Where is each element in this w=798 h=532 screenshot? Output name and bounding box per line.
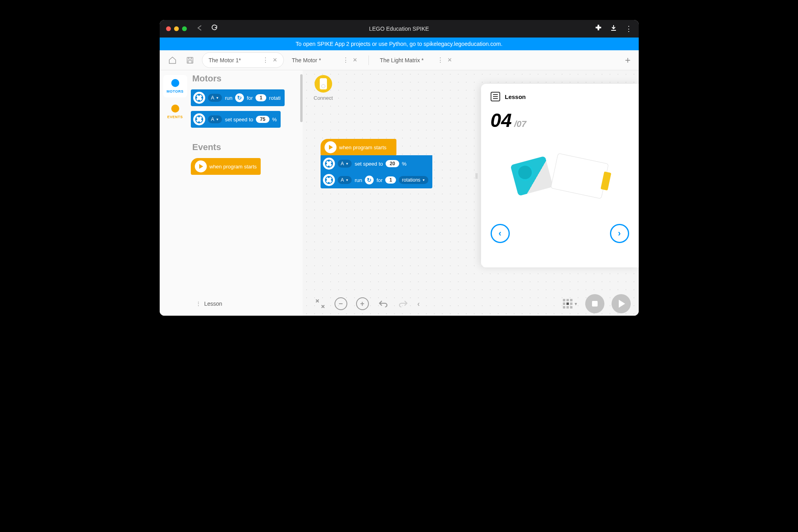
footer: ⋮ Lesson − + ‹ ▼ bbox=[160, 292, 639, 316]
lesson-menu-icon[interactable]: ⋮ bbox=[196, 301, 200, 307]
lesson-icon bbox=[491, 92, 500, 101]
hub-icon bbox=[315, 75, 332, 93]
canvas[interactable]: Connect when program starts A▼ set speed… bbox=[303, 70, 639, 316]
value-input[interactable]: 75 bbox=[256, 116, 269, 123]
tab-close-icon[interactable]: × bbox=[353, 56, 357, 64]
tab-close-icon[interactable]: × bbox=[273, 56, 277, 64]
fit-to-screen-button[interactable] bbox=[315, 298, 326, 309]
step-total: /07 bbox=[514, 119, 527, 129]
block-when-program-starts[interactable]: when program starts bbox=[191, 158, 261, 175]
tab-label: The Light Matrix * bbox=[380, 57, 424, 63]
category-events[interactable]: EVENTS bbox=[163, 101, 187, 123]
program-block-speed[interactable]: A▼ set speed to 20 % bbox=[321, 155, 433, 172]
play-icon bbox=[195, 160, 207, 172]
info-banner: To open SPIKE App 2 projects or use Pyth… bbox=[160, 38, 639, 50]
value-input[interactable]: 20 bbox=[386, 160, 399, 167]
lesson-next-button[interactable]: › bbox=[610, 224, 629, 243]
port-dropdown[interactable]: A▼ bbox=[338, 160, 352, 168]
motor-icon bbox=[193, 113, 205, 125]
tab-the-motor-1[interactable]: The Motor 1* ⋮ × bbox=[202, 52, 284, 68]
value-input[interactable]: 1 bbox=[255, 94, 266, 101]
category-label: EVENTS bbox=[167, 115, 183, 119]
block-motor-run[interactable]: A▼ run ↻ for 1 rotati bbox=[191, 89, 285, 106]
block-palette: Motors A▼ run ↻ for 1 rotati A▼ set spee… bbox=[191, 70, 303, 316]
play-icon bbox=[619, 300, 625, 308]
unit-dropdown[interactable]: rotations▼ bbox=[399, 176, 428, 184]
zoom-out-button[interactable]: − bbox=[335, 297, 347, 310]
motors-dot-icon bbox=[171, 79, 179, 87]
tabbar: The Motor 1* ⋮ × The Motor * ⋮ × The Lig… bbox=[160, 50, 639, 70]
app-title: LEGO Education SPIKE bbox=[369, 26, 429, 32]
minimize-window-button[interactable] bbox=[174, 26, 179, 31]
tab-label: The Motor 1* bbox=[209, 57, 241, 63]
lesson-footer-label[interactable]: Lesson bbox=[204, 301, 222, 307]
svg-rect-2 bbox=[188, 60, 192, 63]
lesson-prev-button[interactable]: ‹ bbox=[491, 224, 510, 243]
redo-button[interactable] bbox=[398, 298, 409, 309]
block-motor-speed[interactable]: A▼ set speed to 75 % bbox=[191, 111, 281, 128]
app-window: LEGO Education SPIKE ⋮ To open SPIKE App… bbox=[160, 20, 639, 316]
motors-heading: Motors bbox=[192, 73, 303, 84]
maximize-window-button[interactable] bbox=[182, 26, 187, 31]
chevron-down-icon: ▼ bbox=[574, 302, 578, 306]
category-sidebar: MOTORS EVENTS bbox=[160, 70, 191, 316]
tab-menu-icon[interactable]: ⋮ bbox=[343, 56, 348, 64]
tab-label: The Motor * bbox=[292, 57, 321, 63]
save-button[interactable] bbox=[181, 51, 199, 69]
program-block-start[interactable]: when program starts bbox=[321, 139, 396, 156]
collapse-button[interactable]: ‹ bbox=[418, 300, 420, 308]
stop-button[interactable] bbox=[585, 294, 604, 313]
run-button[interactable] bbox=[612, 294, 631, 313]
reload-button[interactable] bbox=[211, 24, 218, 33]
events-heading: Events bbox=[192, 142, 303, 152]
resize-handle-icon[interactable]: || bbox=[475, 172, 477, 179]
more-icon[interactable]: ⋮ bbox=[625, 24, 632, 33]
svg-rect-1 bbox=[188, 57, 191, 59]
program-stack[interactable]: when program starts A▼ set speed to 20 %… bbox=[321, 139, 433, 188]
hub-illustration bbox=[550, 153, 609, 199]
motor-illustration bbox=[510, 156, 553, 196]
program-block-run[interactable]: A▼ run ↻ for 1 rotations▼ bbox=[321, 172, 433, 188]
traffic-lights bbox=[166, 26, 187, 31]
motor-icon bbox=[193, 92, 205, 104]
connect-label: Connect bbox=[314, 95, 333, 101]
tab-close-icon[interactable]: × bbox=[448, 56, 452, 64]
direction-dropdown[interactable]: ↻ bbox=[235, 93, 244, 102]
main-content: MOTORS EVENTS Motors A▼ run ↻ for 1 rota… bbox=[160, 70, 639, 316]
tab-separator bbox=[368, 55, 369, 65]
close-window-button[interactable] bbox=[166, 26, 171, 31]
tab-the-motor[interactable]: The Motor * ⋮ × bbox=[285, 53, 364, 67]
port-dropdown[interactable]: A▼ bbox=[208, 94, 222, 102]
lesson-image bbox=[491, 136, 629, 216]
events-dot-icon bbox=[171, 105, 179, 113]
connect-hub-button[interactable]: Connect bbox=[314, 75, 333, 101]
motor-icon bbox=[323, 158, 335, 170]
port-dropdown[interactable]: A▼ bbox=[208, 115, 222, 123]
stop-icon bbox=[592, 301, 598, 307]
titlebar: LEGO Education SPIKE ⋮ bbox=[160, 20, 639, 38]
value-input[interactable]: 1 bbox=[385, 176, 396, 184]
lesson-panel: || Lesson 04 /07 ‹ › bbox=[481, 84, 639, 267]
zoom-in-button[interactable]: + bbox=[356, 297, 369, 310]
lesson-title: Lesson bbox=[505, 93, 526, 100]
slot-selector[interactable]: ▼ bbox=[563, 299, 578, 309]
port-dropdown[interactable]: A▼ bbox=[338, 176, 352, 184]
tab-menu-icon[interactable]: ⋮ bbox=[437, 56, 443, 64]
undo-button[interactable] bbox=[378, 298, 389, 309]
play-icon bbox=[325, 141, 337, 153]
slot-grid-icon bbox=[563, 299, 572, 309]
home-button[interactable] bbox=[164, 51, 181, 69]
tab-menu-icon[interactable]: ⋮ bbox=[262, 56, 268, 64]
tab-the-light-matrix[interactable]: The Light Matrix * ⋮ × bbox=[374, 53, 458, 67]
new-tab-button[interactable]: + bbox=[621, 55, 634, 66]
category-motors[interactable]: MOTORS bbox=[163, 75, 187, 97]
direction-dropdown[interactable]: ↻ bbox=[365, 176, 374, 184]
extensions-icon[interactable] bbox=[595, 24, 602, 33]
lesson-step-indicator: 04 /07 bbox=[491, 109, 629, 131]
category-label: MOTORS bbox=[166, 89, 183, 93]
step-current: 04 bbox=[491, 109, 512, 131]
back-button[interactable] bbox=[196, 25, 203, 33]
download-icon[interactable] bbox=[610, 24, 617, 33]
motor-icon bbox=[323, 174, 335, 186]
